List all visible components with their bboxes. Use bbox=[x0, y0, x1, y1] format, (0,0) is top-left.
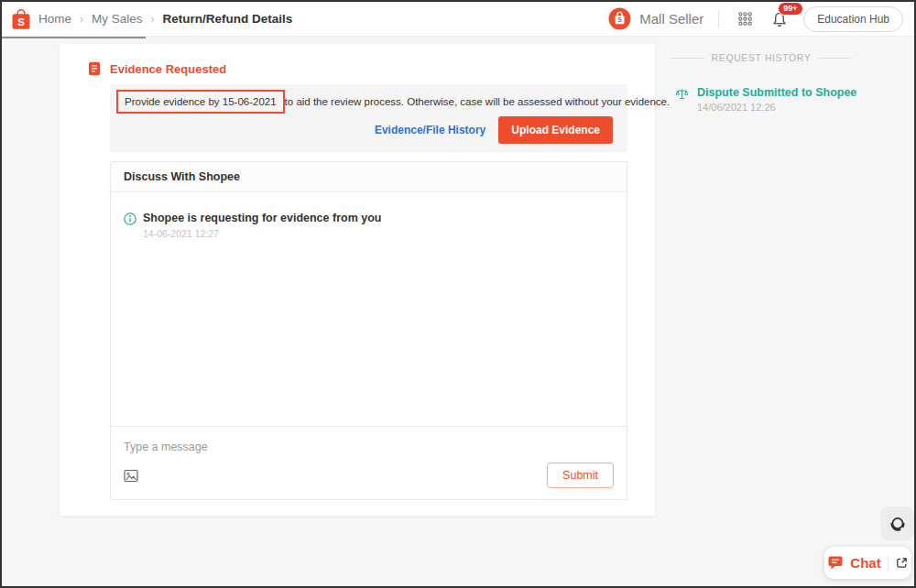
upload-evidence-button[interactable]: Upload Evidence bbox=[498, 116, 613, 144]
topbar-divider bbox=[718, 10, 719, 28]
notification-bell-icon[interactable]: 99+ bbox=[769, 8, 791, 30]
page-progress-line bbox=[2, 37, 146, 38]
seller-name-label: Mall Seller bbox=[639, 11, 703, 27]
history-item-dispute-submitted[interactable]: Dispute Submitted to Shopee 14/06/2021 1… bbox=[675, 86, 916, 113]
evidence-deadline-highlight: Provide evidence by 15-06-2021 bbox=[116, 90, 285, 114]
seller-account[interactable]: S Mall Seller bbox=[608, 7, 703, 30]
apps-grid-icon[interactable] bbox=[734, 8, 756, 30]
evidence-document-icon bbox=[88, 61, 101, 76]
shopee-logo-icon[interactable]: S bbox=[11, 8, 31, 30]
breadcrumb-current-page: Return/Refund Details bbox=[163, 12, 293, 26]
submit-message-button[interactable]: Submit bbox=[547, 463, 614, 488]
chat-widget[interactable]: Chat bbox=[824, 547, 911, 579]
evidence-file-history-link[interactable]: Evidence/File History bbox=[375, 124, 485, 136]
breadcrumb-home[interactable]: Home bbox=[38, 12, 71, 26]
system-message-text: Shopee is requesting for evidence from y… bbox=[143, 212, 381, 224]
chat-divider bbox=[888, 556, 889, 571]
evidence-notice-text: to aid the review process. Otherwise, ca… bbox=[285, 96, 671, 107]
svg-text:S: S bbox=[17, 16, 25, 27]
svg-text:S: S bbox=[617, 16, 622, 24]
support-headset-button[interactable] bbox=[880, 506, 914, 540]
popout-icon[interactable] bbox=[895, 556, 909, 570]
history-item-label: Dispute Submitted to Shopee bbox=[697, 86, 856, 99]
history-divider-line bbox=[818, 58, 851, 59]
breadcrumb-my-sales[interactable]: My Sales bbox=[92, 12, 143, 26]
breadcrumb-separator-icon: › bbox=[80, 13, 83, 26]
message-input[interactable]: Type a message bbox=[124, 441, 614, 453]
breadcrumb: Home › My Sales › Return/Refund Details bbox=[38, 12, 292, 26]
discussion-message-area: Shopee is requesting for evidence from y… bbox=[111, 192, 627, 426]
request-history-sidebar: REQUEST HISTORY Dispute Submitted to Sho… bbox=[657, 44, 916, 113]
discuss-panel-title: Discuss With Shopee bbox=[111, 162, 627, 192]
return-refund-detail-card: Evidence Requested Provide evidence by 1… bbox=[60, 44, 655, 516]
chat-bubble-icon bbox=[827, 555, 844, 571]
history-item-timestamp: 14/06/2021 12:26 bbox=[697, 102, 856, 113]
education-hub-button[interactable]: Education Hub bbox=[803, 6, 903, 32]
top-navigation-bar: S Home › My Sales › Return/Refund Detail… bbox=[2, 2, 914, 37]
chat-label: Chat bbox=[850, 555, 880, 571]
info-icon bbox=[124, 212, 136, 240]
evidence-requested-title: Evidence Requested bbox=[110, 62, 226, 76]
app-window: S Home › My Sales › Return/Refund Detail… bbox=[0, 0, 916, 588]
breadcrumb-separator-icon: › bbox=[151, 13, 155, 26]
discuss-panel: Discuss With Shopee Shopee is requesting… bbox=[110, 161, 627, 500]
notification-count-badge: 99+ bbox=[778, 2, 802, 16]
message-compose-area: Type a message Submit bbox=[111, 426, 627, 499]
attach-image-icon[interactable] bbox=[124, 469, 138, 483]
system-message-timestamp: 14-06-2021 12:27 bbox=[143, 228, 381, 239]
dispute-scales-icon bbox=[675, 87, 689, 113]
request-history-title: REQUEST HISTORY bbox=[712, 52, 812, 63]
headset-icon bbox=[888, 514, 908, 534]
evidence-notice-box: Provide evidence by 15-06-2021 to aid th… bbox=[110, 84, 627, 152]
system-message: Shopee is requesting for evidence from y… bbox=[124, 212, 614, 239]
history-divider-line bbox=[671, 58, 704, 59]
shopee-seller-avatar-icon: S bbox=[608, 7, 631, 30]
